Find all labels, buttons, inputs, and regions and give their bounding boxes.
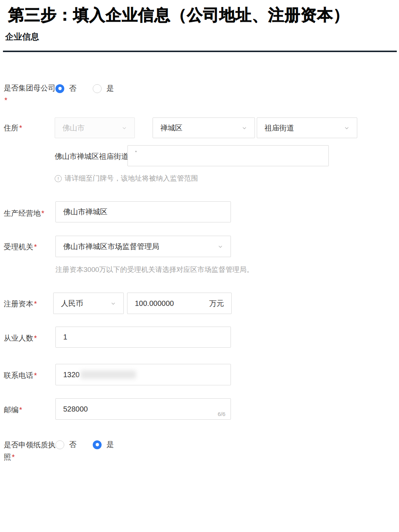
chevron-down-icon	[344, 125, 349, 131]
postcode-input[interactable]: 528000 6/6	[55, 398, 231, 420]
required-asterisk: *	[18, 124, 22, 132]
district-select[interactable]: 禅城区	[153, 117, 255, 138]
field-label-text: 注册资本	[4, 300, 33, 308]
redacted-content	[81, 371, 136, 379]
field-label-accepting-authority: 受理机关*	[4, 241, 58, 253]
field-label-postcode: 邮编*	[4, 404, 58, 416]
capital-amount-input[interactable]: 100.000000 万元	[127, 293, 232, 314]
field-label-text: 从业人数	[4, 334, 33, 342]
address-hint-text: 请详细至门牌号，该地址将被纳入监管范围	[65, 174, 198, 183]
accepting-authority-value: 佛山市禅城区市场监督管理局	[63, 242, 218, 252]
group-parent-radio-group: 否 是	[55, 83, 114, 93]
chevron-down-icon	[110, 301, 116, 306]
capital-amount-value: 100.000000	[135, 299, 209, 308]
field-label-text: 住所	[4, 124, 18, 132]
business-location-input[interactable]: 佛山市禅城区	[55, 201, 231, 222]
radio-label-yes[interactable]: 是	[106, 83, 114, 93]
street-select[interactable]: 祖庙街道	[257, 117, 357, 138]
page-title: 第三步：填入企业信息（公司地址、注册资本）	[8, 4, 349, 26]
required-asterisk: *	[11, 453, 15, 461]
city-select-value: 佛山市	[62, 123, 122, 133]
info-icon: !	[55, 175, 62, 182]
radio-group-parent-no[interactable]	[55, 84, 64, 93]
field-label-group-parent: 是否集团母公司*	[4, 82, 58, 106]
address-detail-input[interactable]	[127, 145, 329, 166]
field-label-employees: 从业人数*	[4, 332, 58, 344]
radio-dot-icon	[96, 443, 99, 446]
field-label-text: 受理机关	[4, 243, 33, 251]
required-asterisk: *	[33, 243, 37, 251]
paper-license-radio-group: 否 是	[55, 440, 114, 450]
radio-dot-icon	[58, 87, 62, 90]
radio-label-no[interactable]: 否	[69, 440, 76, 450]
section-divider	[3, 51, 397, 52]
required-asterisk: *	[18, 406, 22, 414]
required-asterisk: *	[41, 209, 44, 217]
chevron-down-icon	[218, 244, 223, 249]
field-label-registered-capital: 注册资本*	[4, 298, 58, 310]
street-select-value: 祖庙街道	[265, 123, 344, 133]
field-label-residence: 住所*	[4, 122, 58, 134]
address-prefix: 佛山市禅城区祖庙街道	[55, 151, 129, 161]
accepting-authority-note: 注册资本3000万以下的受理机关请选择对应区市场监督管理局。	[55, 265, 253, 274]
employees-input[interactable]: 1	[55, 327, 231, 348]
required-asterisk: *	[33, 334, 37, 342]
redacted-content	[135, 151, 137, 152]
required-asterisk: *	[33, 371, 37, 379]
accepting-authority-select[interactable]: 佛山市禅城区市场监督管理局	[55, 236, 231, 257]
required-asterisk: *	[4, 96, 7, 104]
radio-group-parent-yes[interactable]	[93, 84, 102, 93]
radio-label-no[interactable]: 否	[69, 83, 76, 93]
currency-select-value: 人民币	[61, 299, 110, 308]
district-select-value: 禅城区	[160, 123, 242, 133]
city-select[interactable]: 佛山市	[55, 117, 135, 138]
employees-value: 1	[63, 333, 223, 341]
section-title: 企业信息	[5, 31, 39, 42]
postcode-value: 528000	[63, 405, 223, 413]
field-label-text: 邮编	[4, 406, 18, 414]
currency-select[interactable]: 人民币	[53, 293, 124, 314]
chevron-down-icon	[122, 125, 127, 131]
chevron-down-icon	[242, 125, 247, 131]
radio-paper-license-yes[interactable]	[93, 440, 102, 449]
field-label-business-location: 生产经营地*	[4, 207, 58, 219]
char-counter: 6/6	[218, 411, 225, 417]
radio-label-yes[interactable]: 是	[106, 440, 114, 450]
radio-paper-license-no[interactable]	[55, 440, 64, 449]
field-label-text: 生产经营地	[4, 209, 41, 217]
field-label-text: 是否集团母公司	[4, 84, 55, 92]
business-location-value: 佛山市禅城区	[63, 207, 223, 217]
capital-unit-label: 万元	[209, 299, 224, 308]
field-label-text: 联系电话	[4, 371, 33, 379]
field-label-phone: 联系电话*	[4, 369, 58, 382]
phone-value: 1320	[63, 371, 80, 379]
required-asterisk: *	[33, 300, 37, 308]
phone-input[interactable]: 1320	[55, 364, 231, 385]
field-label-paper-license: 是否申领纸质执照*	[4, 439, 58, 463]
address-hint: ! 请详细至门牌号，该地址将被纳入监管范围	[55, 174, 198, 183]
